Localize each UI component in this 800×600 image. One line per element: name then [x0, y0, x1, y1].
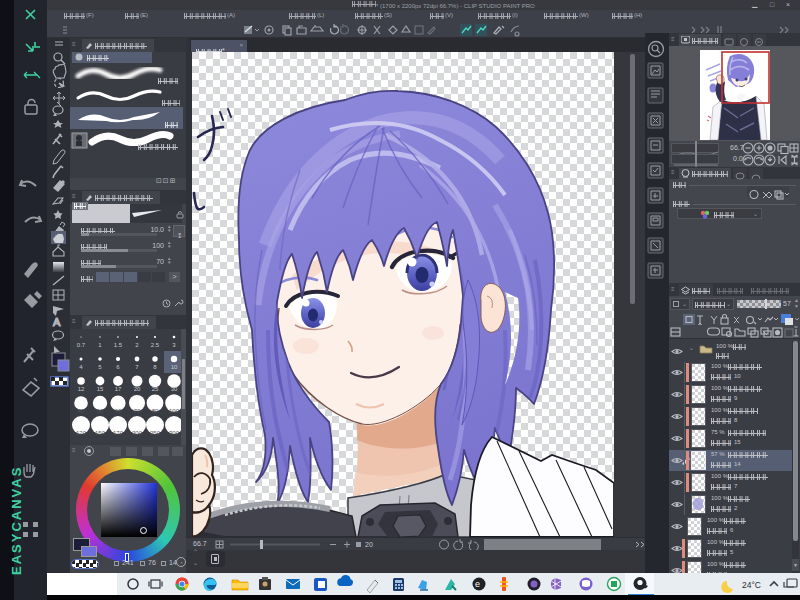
svg-text:10: 10 — [171, 364, 178, 370]
svg-text:8: 8 — [153, 364, 157, 370]
svg-text:70: 70 — [134, 408, 141, 414]
svg-text:12: 12 — [78, 386, 85, 392]
svg-text:60: 60 — [115, 408, 122, 414]
svg-text:17: 17 — [115, 386, 122, 392]
svg-text:100: 100 — [169, 408, 180, 414]
svg-text:20: 20 — [134, 386, 141, 392]
svg-text:250: 250 — [150, 430, 161, 436]
svg-text:200: 200 — [132, 430, 143, 436]
svg-text:40: 40 — [78, 408, 85, 414]
svg-text:2.5: 2.5 — [151, 342, 160, 348]
svg-text:20: 20 — [365, 541, 373, 548]
svg-text:3: 3 — [172, 342, 176, 348]
svg-text:170: 170 — [113, 430, 124, 436]
svg-text:15: 15 — [97, 386, 104, 392]
svg-text:24°C: 24°C — [742, 580, 761, 590]
svg-text:1: 1 — [98, 342, 102, 348]
svg-text:2: 2 — [135, 342, 139, 348]
svg-text:50: 50 — [97, 408, 104, 414]
svg-text:120: 120 — [76, 430, 87, 436]
svg-text:5: 5 — [98, 364, 102, 370]
svg-text:150: 150 — [95, 430, 106, 436]
svg-text:80: 80 — [152, 408, 159, 414]
svg-text:e: e — [475, 579, 480, 589]
svg-text:0.7: 0.7 — [77, 342, 86, 348]
svg-text:25: 25 — [152, 386, 159, 392]
svg-text:6: 6 — [116, 364, 120, 370]
svg-text:A: A — [53, 316, 61, 328]
svg-text:1.5: 1.5 — [114, 342, 123, 348]
svg-text:7: 7 — [135, 364, 139, 370]
svg-text:30: 30 — [171, 386, 178, 392]
svg-text:4: 4 — [79, 364, 83, 370]
svg-text:300: 300 — [169, 430, 180, 436]
